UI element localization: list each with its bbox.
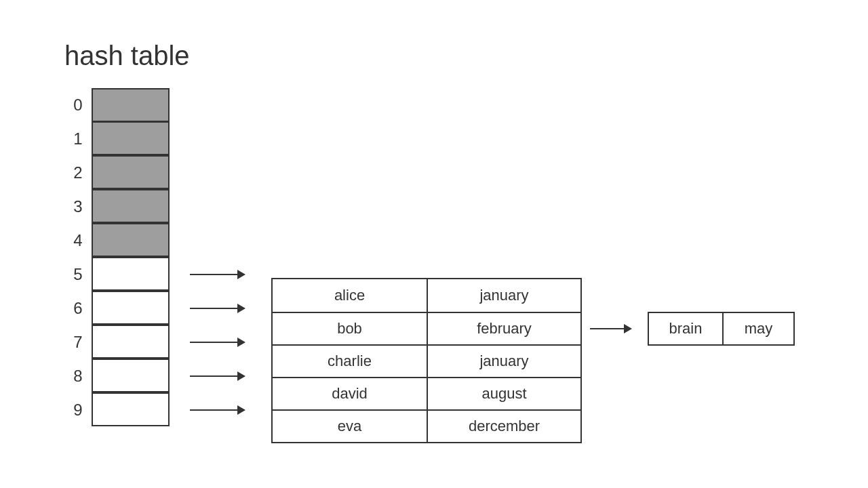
bucket-row: 9 xyxy=(64,393,244,427)
bucket-row: 0 xyxy=(64,88,244,122)
bucket-row: 8 xyxy=(64,359,244,393)
arrow-icon xyxy=(190,409,244,411)
arrow-icon xyxy=(190,308,244,309)
bucket-cell-empty xyxy=(92,155,170,189)
arrow-icon xyxy=(190,274,244,275)
node-row: eva dercember xyxy=(273,409,580,442)
arrow-icon xyxy=(190,342,244,343)
chain-node: brain may xyxy=(648,312,795,346)
node-value: august xyxy=(427,378,580,409)
bucket-row: 4 xyxy=(64,224,244,258)
bucket-index: 1 xyxy=(64,129,92,148)
node-key: eva xyxy=(273,411,427,442)
bucket-row: 5 xyxy=(64,258,244,291)
diagram-title: hash table xyxy=(64,41,190,71)
bucket-index: 0 xyxy=(64,96,92,115)
arrow-icon xyxy=(590,328,631,329)
bucket-cell-occupied xyxy=(92,325,170,359)
bucket-index: 5 xyxy=(64,265,92,284)
node-key: alice xyxy=(273,279,427,312)
chain-value: may xyxy=(722,313,793,344)
node-key: david xyxy=(273,378,427,409)
node-key: charlie xyxy=(273,346,427,377)
bucket-row: 3 xyxy=(64,190,244,224)
bucket-row: 6 xyxy=(64,291,244,325)
node-table: alice january bob february charlie janua… xyxy=(271,278,582,443)
bucket-cell-occupied xyxy=(92,257,170,291)
bucket-index: 2 xyxy=(64,163,92,182)
node-key: bob xyxy=(273,313,427,344)
bucket-cell-empty xyxy=(92,121,170,155)
node-value: january xyxy=(427,346,580,377)
node-row: alice january xyxy=(273,279,580,312)
bucket-index: 6 xyxy=(64,299,92,318)
node-value: dercember xyxy=(427,411,580,442)
bucket-row: 1 xyxy=(64,122,244,156)
node-value: february xyxy=(427,313,580,344)
arrow-icon xyxy=(190,375,244,377)
bucket-array: 0 1 2 3 4 5 6 7 8 9 xyxy=(64,88,244,427)
bucket-row: 2 xyxy=(64,156,244,190)
node-value: january xyxy=(427,279,580,312)
bucket-cell-occupied xyxy=(92,359,170,392)
bucket-index: 9 xyxy=(64,401,92,420)
bucket-cell-occupied xyxy=(92,392,170,426)
bucket-cell-empty xyxy=(92,189,170,223)
chain-key: brain xyxy=(649,313,722,344)
bucket-cell-empty xyxy=(92,88,170,122)
bucket-index: 4 xyxy=(64,231,92,250)
bucket-index: 3 xyxy=(64,197,92,216)
bucket-index: 7 xyxy=(64,333,92,352)
bucket-index: 8 xyxy=(64,367,92,386)
node-row: david august xyxy=(273,377,580,409)
bucket-cell-occupied xyxy=(92,291,170,325)
node-row: bob february xyxy=(273,312,580,344)
bucket-row: 7 xyxy=(64,325,244,359)
bucket-cell-empty xyxy=(92,223,170,257)
node-row: charlie january xyxy=(273,344,580,377)
